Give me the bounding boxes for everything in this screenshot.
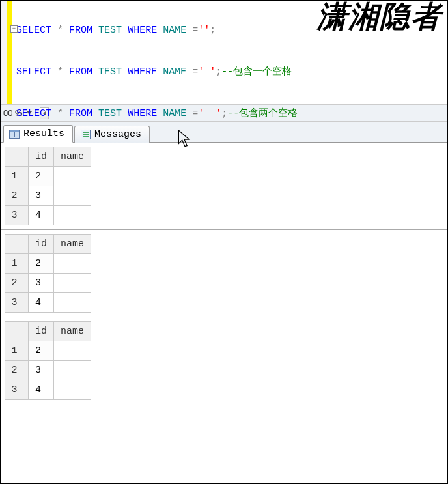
row-number[interactable]: 1	[5, 341, 29, 361]
cell[interactable]	[54, 274, 91, 293]
table-corner	[5, 322, 29, 341]
column-header[interactable]: id	[29, 235, 54, 254]
table-row[interactable]: 34	[5, 293, 91, 313]
row-number[interactable]: 3	[5, 293, 29, 313]
watermark-text: 潇湘隐者	[317, 0, 442, 37]
cell[interactable]: 3	[29, 361, 54, 380]
messages-icon	[80, 130, 91, 140]
cell[interactable]	[54, 167, 91, 186]
table-row[interactable]: 23	[5, 361, 91, 380]
column-header[interactable]: id	[29, 147, 54, 167]
tab-messages-label: Messages	[94, 129, 141, 140]
cell[interactable]	[54, 293, 91, 313]
collapse-toggle-icon[interactable]: −	[10, 25, 18, 33]
column-header[interactable]: name	[54, 322, 91, 341]
cell[interactable]	[54, 361, 91, 380]
row-number[interactable]: 1	[5, 254, 29, 274]
cell[interactable]: 2	[29, 167, 54, 186]
table-row[interactable]: 34	[5, 380, 91, 400]
cell[interactable]: 4	[29, 206, 54, 225]
result-tabs: Results Messages	[1, 122, 447, 143]
table-row[interactable]: 23	[5, 186, 91, 206]
row-number[interactable]: 2	[5, 361, 29, 380]
cell[interactable]: 4	[29, 293, 54, 313]
tab-messages[interactable]: Messages	[74, 126, 150, 143]
tab-results-label: Results	[23, 128, 64, 139]
result-grid: idname122334	[1, 321, 447, 404]
cell[interactable]: 3	[29, 186, 54, 206]
column-header[interactable]: name	[54, 147, 91, 167]
cell[interactable]: 3	[29, 274, 54, 293]
tab-results[interactable]: Results	[3, 125, 73, 143]
change-indicator	[7, 1, 12, 104]
cell[interactable]: 2	[29, 254, 54, 274]
table-corner	[5, 147, 29, 167]
data-table[interactable]: idname122334	[5, 321, 91, 400]
table-row[interactable]: 23	[5, 274, 91, 293]
cell[interactable]: 2	[29, 341, 54, 361]
row-number[interactable]: 2	[5, 274, 29, 293]
table-row[interactable]: 12	[5, 341, 91, 361]
data-table[interactable]: idname122334	[5, 147, 91, 225]
result-grid: idname122334	[1, 147, 447, 230]
row-number[interactable]: 3	[5, 206, 29, 225]
result-grid: idname122334	[1, 234, 447, 317]
code-line-2: SELECT * FROM TEST WHERE NAME =' ';--包含一…	[16, 62, 443, 83]
table-row[interactable]: 12	[5, 167, 91, 186]
row-number[interactable]: 3	[5, 380, 29, 400]
cell[interactable]	[54, 186, 91, 206]
code-line-blank	[16, 41, 443, 62]
table-row[interactable]: 12	[5, 254, 91, 274]
column-header[interactable]: id	[29, 322, 54, 341]
cell[interactable]: 4	[29, 380, 54, 400]
grid-icon	[9, 129, 20, 139]
table-row[interactable]: 34	[5, 206, 91, 225]
cell[interactable]	[54, 254, 91, 274]
code-line-blank2	[16, 83, 443, 104]
editor-margin	[1, 1, 7, 104]
cell[interactable]	[54, 206, 91, 225]
table-corner	[5, 235, 29, 254]
cell[interactable]	[54, 341, 91, 361]
column-header[interactable]: name	[54, 235, 91, 254]
results-panel[interactable]: idname122334idname122334idname122334	[1, 143, 447, 483]
cell[interactable]	[54, 380, 91, 400]
row-number[interactable]: 2	[5, 186, 29, 206]
data-table[interactable]: idname122334	[5, 234, 91, 313]
row-number[interactable]: 1	[5, 167, 29, 186]
